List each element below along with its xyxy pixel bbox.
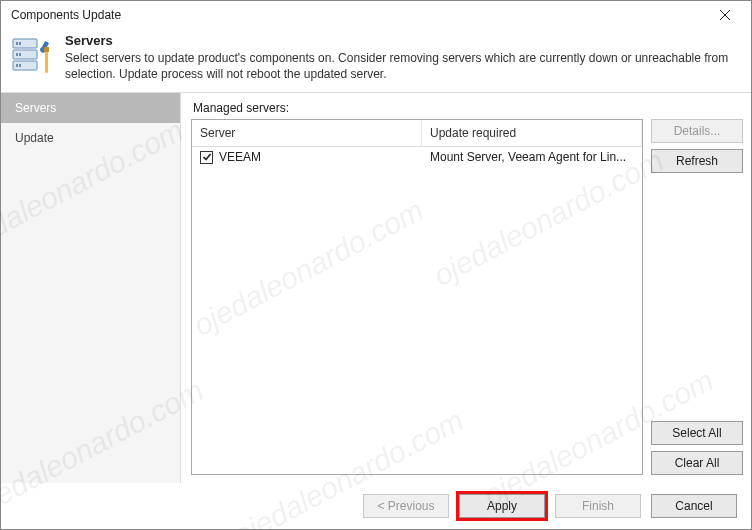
managed-servers-label: Managed servers: xyxy=(193,101,743,115)
servers-table: Server Update required VEEAM Mount Serve xyxy=(191,119,643,475)
select-all-button[interactable]: Select All xyxy=(651,421,743,445)
server-tools-icon xyxy=(11,33,55,77)
server-name: VEEAM xyxy=(219,150,261,164)
table-row[interactable]: VEEAM Mount Server, Veeam Agent for Lin.… xyxy=(192,147,642,167)
wizard-description: Select servers to update product's compo… xyxy=(65,50,741,82)
svg-rect-10 xyxy=(19,64,21,67)
refresh-button[interactable]: Refresh xyxy=(651,149,743,173)
sidebar-item-servers[interactable]: Servers xyxy=(1,93,180,123)
update-required-cell: Mount Server, Veeam Agent for Lin... xyxy=(422,150,642,164)
wizard-header-text: Servers Select servers to update product… xyxy=(65,33,741,82)
wizard-steps-sidebar: Servers Update xyxy=(1,93,181,483)
svg-rect-12 xyxy=(44,47,49,52)
wizard-header: Servers Select servers to update product… xyxy=(1,29,751,93)
svg-rect-11 xyxy=(45,49,48,73)
close-icon xyxy=(719,9,731,21)
svg-rect-6 xyxy=(19,42,21,45)
wizard-footer: < Previous Apply Finish Cancel xyxy=(1,483,751,529)
table-body: VEEAM Mount Server, Veeam Agent for Lin.… xyxy=(192,147,642,474)
column-header-server[interactable]: Server xyxy=(192,120,422,146)
wizard-body: Servers Update Managed servers: Server U… xyxy=(1,93,751,483)
close-button[interactable] xyxy=(705,1,745,29)
svg-rect-9 xyxy=(16,64,18,67)
sidebar-item-update[interactable]: Update xyxy=(1,123,180,153)
sidebar-item-label: Servers xyxy=(15,101,56,115)
table-header: Server Update required xyxy=(192,120,642,147)
titlebar: Components Update xyxy=(1,1,751,29)
wizard-heading: Servers xyxy=(65,33,741,48)
apply-button[interactable]: Apply xyxy=(459,494,545,518)
main-panel: Managed servers: Server Update required xyxy=(181,93,751,483)
previous-button[interactable]: < Previous xyxy=(363,494,449,518)
column-header-update[interactable]: Update required xyxy=(422,120,642,146)
window: Components Update Servers Sel xyxy=(0,0,752,530)
svg-rect-8 xyxy=(19,53,21,56)
cancel-button[interactable]: Cancel xyxy=(651,494,737,518)
finish-button[interactable]: Finish xyxy=(555,494,641,518)
clear-all-button[interactable]: Clear All xyxy=(651,451,743,475)
side-buttons: Details... Refresh Select All Clear All xyxy=(651,119,743,475)
svg-rect-7 xyxy=(16,53,18,56)
svg-rect-5 xyxy=(16,42,18,45)
check-icon xyxy=(202,152,212,162)
sidebar-item-label: Update xyxy=(15,131,54,145)
server-row-checkbox[interactable] xyxy=(200,151,213,164)
window-title: Components Update xyxy=(11,8,705,22)
details-button[interactable]: Details... xyxy=(651,119,743,143)
